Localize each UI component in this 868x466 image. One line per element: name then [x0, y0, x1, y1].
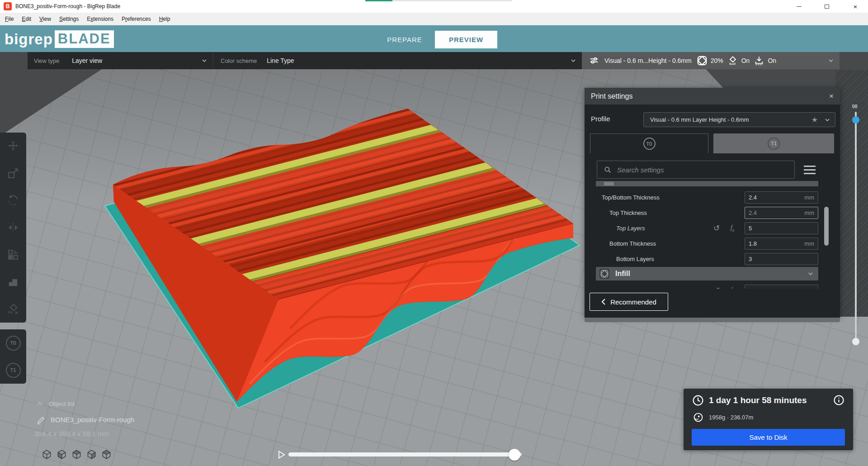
setting-value-box[interactable]: mm — [745, 238, 818, 250]
clock-icon — [692, 395, 704, 406]
menu-edit[interactable]: Edit — [18, 14, 35, 24]
view-3d-icon[interactable] — [42, 449, 52, 460]
menu-extensions[interactable]: Extensions — [83, 14, 118, 24]
window-title: BONE3_positiv-Form-rough - BigRep Blade — [15, 0, 120, 13]
setting-label: Top Layers — [585, 225, 645, 232]
settings-menu-icon[interactable] — [804, 166, 816, 174]
app-logo-icon: B — [4, 2, 12, 10]
summary-adhesion-value: On — [768, 57, 776, 64]
search-icon — [604, 166, 612, 174]
setting-unit: % — [809, 287, 814, 289]
maximize-button[interactable] — [816, 0, 837, 13]
layer-slider-track[interactable] — [855, 112, 857, 342]
setting-value-box[interactable] — [745, 222, 818, 234]
layer-slider-upper-handle[interactable] — [852, 116, 859, 124]
view-toolbar: View type Layer view Color scheme Line T… — [28, 52, 582, 69]
scale-tool-button[interactable] — [0, 160, 26, 187]
star-icon[interactable]: ★ — [811, 115, 818, 124]
view-top-icon[interactable] — [71, 449, 82, 460]
object-list-toggle[interactable]: Object list — [49, 400, 75, 407]
layer-slider-lower-handle[interactable] — [852, 338, 859, 345]
formula-icon[interactable]: fx — [727, 286, 737, 289]
revert-icon[interactable]: ↺ — [712, 223, 722, 233]
color-scheme-dropdown[interactable]: Color scheme Line Type — [213, 52, 582, 69]
tab-prepare[interactable]: PREPARE — [375, 31, 434, 48]
chevron-up-icon[interactable] — [36, 401, 43, 407]
object-dimensions: 304.4 x 359.4 x 59.1 mm — [34, 430, 109, 437]
summary-support-value: On — [741, 57, 750, 64]
support-eraser-button[interactable] — [0, 295, 26, 323]
setting-value-input[interactable] — [749, 256, 789, 262]
setting-value-input[interactable] — [749, 209, 789, 216]
tab-preview[interactable]: PREVIEW — [435, 31, 497, 48]
print-settings-title: Print settings — [591, 92, 632, 100]
setting-value-input[interactable] — [749, 194, 789, 201]
mirror-tool-button[interactable] — [0, 214, 26, 241]
setting-value-input[interactable] — [749, 225, 789, 232]
view-left-icon[interactable] — [86, 449, 97, 460]
rotate-tool-button[interactable] — [0, 187, 26, 214]
app-header: bigrep BLADE — [0, 25, 868, 52]
section-header-infill[interactable]: Infill — [596, 267, 818, 281]
setting-value-input[interactable] — [749, 240, 789, 247]
setting-value-box[interactable] — [745, 253, 818, 265]
tool-sidebar — [0, 133, 26, 323]
search-input[interactable] — [617, 166, 790, 174]
view-type-dropdown[interactable]: View type Layer view — [28, 57, 213, 64]
extruder-t1-button[interactable]: T1 — [0, 357, 26, 384]
menu-help[interactable]: Help — [155, 14, 175, 24]
section-header-partial[interactable] — [596, 181, 818, 186]
move-icon — [7, 140, 19, 152]
bigrep-blade-logo: bigrep BLADE — [5, 30, 114, 48]
tab-extruder-t0[interactable]: T0 — [590, 133, 708, 153]
settings-scrollbar[interactable] — [824, 207, 829, 246]
panel-resize-handle[interactable]: ··· — [585, 318, 840, 322]
revert-icon[interactable]: ↺ — [712, 286, 722, 289]
extruder-t0-button[interactable]: T0 — [0, 329, 26, 357]
print-settings-panel: Print settings × Profile Visual - 0.6 mm… — [585, 88, 840, 318]
object-name[interactable]: BONE3_positiv-Form-rough — [51, 416, 134, 423]
color-scheme-label: Color scheme — [221, 57, 257, 64]
setting-value-box[interactable]: mm — [745, 191, 818, 204]
menu-preferences[interactable]: Preferences — [118, 14, 155, 24]
menu-settings[interactable]: Settings — [55, 14, 83, 24]
close-panel-button[interactable]: × — [829, 92, 834, 100]
info-icon[interactable] — [833, 395, 844, 406]
simulation-slider-handle[interactable] — [509, 449, 520, 461]
settings-search-box[interactable] — [597, 161, 795, 179]
setting-value-box[interactable]: mm — [745, 207, 818, 219]
move-tool-button[interactable] — [0, 133, 26, 160]
minimize-icon — [797, 6, 802, 7]
chevron-down-icon — [807, 271, 814, 277]
save-to-disk-button[interactable]: Save to Disk — [692, 429, 845, 446]
adhesion-icon — [754, 56, 764, 66]
profile-dropdown[interactable]: Visual - 0.6 mm Layer Height - 0.6mm ★ — [643, 112, 835, 127]
recommended-mode-button[interactable]: Recommended — [590, 293, 668, 311]
per-model-settings-button[interactable] — [0, 241, 26, 268]
setting-label: Top Thickness — [585, 209, 647, 216]
view-front-icon[interactable] — [57, 449, 67, 460]
menu-view[interactable]: View — [35, 14, 55, 24]
window-titlebar: B BONE3_positiv-Form-rough - BigRep Blad… — [0, 0, 868, 13]
simulation-slider-track[interactable] — [288, 452, 522, 456]
chevron-down-icon — [201, 57, 208, 64]
formula-icon[interactable]: fx — [727, 223, 737, 233]
close-window-button[interactable]: × — [843, 0, 868, 13]
view-right-icon[interactable] — [101, 449, 112, 460]
close-icon: × — [854, 3, 858, 10]
job-info-panel: 1 day 1 hour 58 minutes 1958g · 236.07m … — [684, 389, 853, 450]
setting-row-top-layers: Top Layers ↺ fx — [585, 221, 831, 235]
play-icon[interactable] — [276, 449, 287, 460]
menu-file[interactable]: File — [1, 14, 18, 24]
support-blocker-button[interactable] — [0, 268, 26, 295]
edit-icon — [36, 416, 45, 425]
scale-icon — [7, 167, 19, 179]
setting-value-input[interactable] — [749, 287, 789, 289]
extruder-t0-icon: T0 — [6, 336, 21, 351]
minimize-button[interactable] — [788, 0, 809, 13]
setting-value-box[interactable]: % — [745, 285, 818, 289]
print-settings-summary[interactable]: Visual - 0.6 m...Height - 0.6mm 20% On O… — [582, 52, 840, 69]
setting-row-bottom-layers: Bottom Layers — [585, 252, 831, 266]
maximize-icon — [825, 5, 829, 9]
tab-extruder-t1[interactable]: T1 — [713, 133, 834, 153]
